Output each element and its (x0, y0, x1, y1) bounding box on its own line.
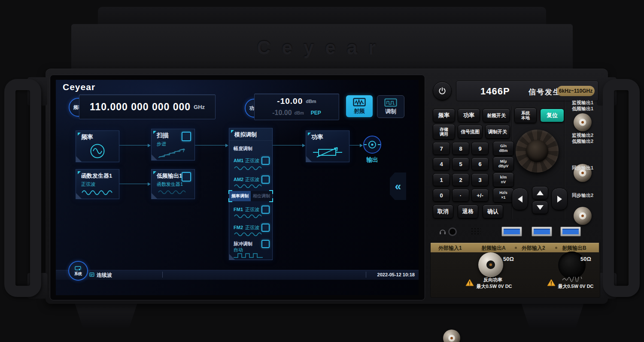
output-node[interactable] (362, 135, 382, 154)
key-signal-flow[interactable]: 信号流图 (458, 125, 483, 139)
key-4[interactable]: 4 (433, 157, 450, 170)
key-store-recall[interactable]: 存储调用 (433, 124, 455, 139)
tab-fm[interactable]: 频率调制 (229, 191, 251, 201)
fm2-label: FM2 (234, 225, 243, 230)
key-7[interactable]: 7 (433, 142, 450, 155)
system-button-label: 系统 (74, 271, 82, 277)
key-unit-hzs-x1[interactable]: Hz/s×1 (493, 188, 514, 203)
fm1-label: FM1 (234, 207, 243, 212)
key-3[interactable]: 3 (471, 173, 489, 186)
bnc-ext-input1 (443, 330, 460, 342)
arrow-left-key[interactable] (512, 188, 528, 210)
collapse-chevrons-icon: « (395, 180, 401, 193)
block-sweep[interactable]: 扫描 步进 (151, 129, 195, 160)
sync-out2-label: 同步输出2 (565, 192, 601, 198)
am2-sine-icon (234, 183, 264, 189)
sidebar-collapse-button[interactable]: « (390, 173, 406, 200)
am2-checkbox[interactable] (261, 176, 270, 184)
arrow-mod-to-power (272, 145, 305, 145)
down-arrow-icon (537, 205, 544, 210)
rotary-knob[interactable] (516, 130, 559, 173)
nameplate: 1466P 信号发生器 6kHz~110GHz (456, 81, 598, 101)
block-lf-output[interactable]: 低频输出1 函数发生器1 (151, 169, 195, 199)
key-5[interactable]: 5 (452, 157, 469, 170)
headphone-jack (448, 227, 457, 236)
top-lid: Ceyear (71, 24, 573, 74)
am1-checkbox[interactable] (261, 157, 270, 165)
funcgen-sine-icon (81, 189, 114, 196)
key-decimal[interactable]: · (452, 189, 469, 202)
am2-waveform: 正弦波 (245, 176, 259, 183)
impedance-a-label: 50Ω (503, 256, 514, 262)
rf-out-a-label: 射频输出A (481, 245, 506, 252)
mod-toggle-button[interactable]: 调制 (377, 95, 404, 118)
knob-dome (526, 140, 548, 162)
key-unit-gn-dbm[interactable]: G/ndBm (493, 141, 514, 156)
ext-input2-label: 外部输入2 (522, 245, 545, 252)
key-backspace[interactable]: 退格 (458, 205, 478, 218)
key-8[interactable]: 8 (452, 142, 469, 155)
system-icon (75, 266, 82, 271)
funcgen-title: 函数发生器1 (81, 172, 112, 180)
pulse-checkbox[interactable] (261, 240, 270, 248)
left-handle (4, 79, 41, 297)
funcgen-wave-label: 正弦波 (81, 181, 95, 188)
block-power[interactable]: 功率 (306, 130, 349, 162)
fm1-checkbox[interactable] (261, 206, 270, 214)
left-foot (74, 300, 138, 328)
arrow-right-key[interactable] (551, 188, 568, 210)
key-6[interactable]: 6 (471, 157, 489, 170)
fm1-sine-icon (234, 213, 264, 219)
right-foot (520, 300, 585, 328)
key-0[interactable]: 0 (433, 189, 450, 202)
rf-button-label: 射频 (354, 107, 365, 115)
frequency-range-badge: 6kHz~110GHz (557, 86, 595, 96)
monitor-out2-label: 监视输出2 (565, 132, 601, 138)
pep-unit: dBm (295, 111, 304, 115)
key-rf-switch[interactable]: 射频开关 (483, 109, 510, 122)
block-analog-modulation[interactable]: 模拟调制 幅度调制 AM1 正弦波 AM2 正弦波 频率调制 相位调制 (229, 128, 273, 260)
lf-output-title: 低频输出1 (157, 172, 182, 180)
key-1[interactable]: 1 (433, 173, 450, 186)
usb-port-3 (560, 227, 581, 236)
key-frequency[interactable]: 频率 (433, 109, 455, 122)
lf-out1-label: 低频输出1 (565, 106, 601, 112)
block-frequency[interactable]: 频率 (76, 130, 119, 162)
lf-output-checkbox[interactable] (182, 172, 191, 182)
key-9[interactable]: 9 (471, 142, 489, 155)
key-system-local[interactable]: 系统本地 (514, 108, 537, 123)
frequency-readout[interactable]: 110.000 000 000 000 GHz (79, 94, 216, 119)
key-2[interactable]: 2 (452, 173, 469, 186)
statusbar-separator-2 (366, 272, 366, 278)
block-sweep-title: 扫描 (157, 132, 169, 139)
arrow-up-key[interactable] (532, 186, 548, 200)
key-mod-switch[interactable]: 调制开关 (485, 125, 510, 139)
model-number: 1466P (480, 86, 510, 97)
key-power[interactable]: 功率 (458, 109, 480, 122)
block-power-title: 功率 (311, 133, 323, 141)
key-unit-km-nv[interactable]: k/mnV (493, 173, 514, 187)
key-reset[interactable]: 复位 (540, 109, 564, 122)
power-button[interactable] (433, 82, 452, 100)
key-unit-mu-dbuv[interactable]: M/μdBμV (493, 157, 514, 171)
rf-toggle-button[interactable]: 射频 (346, 95, 373, 117)
sweep-checkbox[interactable] (182, 132, 191, 141)
connector-label-band: 外部输入1 射频输出A 外部输入2 射频输出B (431, 243, 599, 252)
frequency-unit: GHz (194, 104, 205, 110)
block-function-generator[interactable]: 函数发生器1 正弦波 (76, 169, 119, 199)
key-cancel[interactable]: 取消 (433, 205, 453, 218)
up-arrow-icon (537, 191, 544, 195)
bnc-sync-out1 (574, 207, 592, 225)
pep-tag: PEP (311, 110, 321, 116)
monitor-out1-label: 监视输出1 (565, 100, 601, 106)
fm2-checkbox[interactable] (261, 224, 270, 232)
left-arrow-icon (518, 196, 522, 203)
key-plus-minus[interactable]: +/- (471, 189, 489, 202)
arrow-down-key[interactable] (532, 201, 548, 214)
key-confirm[interactable]: 确认 (483, 205, 503, 218)
statusbar-separator-1 (162, 272, 163, 278)
power-readout[interactable]: -10.00 dBm -10.00 dBm PEP (254, 94, 339, 120)
system-button[interactable]: 系统 (68, 261, 88, 281)
speaker-grille (471, 227, 481, 235)
max-power-a-label: 最大0.5W 0V DC (471, 283, 518, 290)
